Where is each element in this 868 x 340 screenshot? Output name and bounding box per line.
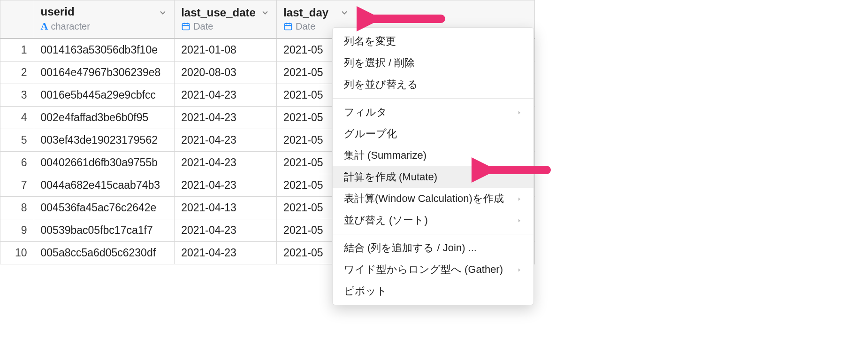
cell-userid: 005a8cc5a6d05c6230df	[34, 242, 175, 264]
date-type-icon	[181, 22, 190, 31]
menu-label: 列を並び替える	[344, 77, 418, 92]
menu-label: 列を選択 / 削除	[344, 56, 415, 70]
menu-label: 集計 (Summarize)	[344, 148, 426, 162]
cell-userid: 002e4faffad3be6b0f95	[34, 107, 175, 129]
column-type: Date	[181, 21, 270, 32]
menu-label: 結合 (列を追加する / Join) ...	[344, 241, 477, 255]
chevron-right-icon	[517, 193, 522, 205]
row-number: 1	[0, 39, 34, 62]
row-number: 8	[0, 197, 34, 219]
column-context-menu: 列名を変更 列を選択 / 削除 列を並び替える フィルタ グループ化 集計 (S…	[332, 27, 534, 305]
cell-last-use-date: 2021-04-13	[175, 197, 277, 219]
menu-item-filter[interactable]: フィルタ	[333, 101, 533, 123]
chevron-right-icon	[517, 214, 522, 226]
chevron-down-icon[interactable]	[260, 8, 270, 20]
chevron-right-icon	[517, 106, 522, 118]
character-type-icon: A	[41, 20, 48, 32]
cell-userid: 0016e5b445a29e9cbfcc	[34, 84, 175, 107]
column-type-label: character	[51, 21, 90, 32]
column-type-label: Date	[193, 21, 213, 32]
cell-last-use-date: 2021-04-23	[175, 242, 277, 264]
menu-separator	[333, 98, 533, 99]
cell-last-use-date: 2021-04-23	[175, 219, 277, 242]
svg-rect-0	[183, 23, 190, 30]
cell-userid: 004536fa45ac76c2642e	[34, 197, 175, 219]
menu-label: 計算を作成 (Mutate)	[344, 170, 437, 184]
menu-item-join[interactable]: 結合 (列を追加する / Join) ...	[333, 237, 533, 259]
menu-item-summarize[interactable]: 集計 (Summarize)	[333, 145, 533, 166]
menu-label: 表計算(Window Calculation)を作成	[344, 192, 504, 206]
cell-userid: 003ef43de19023179562	[34, 129, 175, 152]
rownum-header	[0, 0, 34, 39]
menu-item-gather[interactable]: ワイド型からロング型へ (Gather)	[333, 259, 533, 280]
row-number: 10	[0, 242, 34, 264]
row-number: 5	[0, 129, 34, 152]
row-number: 4	[0, 107, 34, 129]
date-type-icon	[283, 22, 293, 31]
cell-userid: 00164e47967b306239e8	[34, 62, 175, 84]
cell-last-use-date: 2021-01-08	[175, 39, 277, 62]
svg-marker-9	[518, 198, 520, 201]
row-number: 6	[0, 152, 34, 174]
cell-userid: 0044a682e415caab74b3	[34, 174, 175, 197]
menu-item-sort[interactable]: 並び替え (ソート)	[333, 209, 533, 231]
menu-item-rename[interactable]: 列名を変更	[333, 31, 533, 52]
svg-marker-11	[518, 269, 520, 272]
cell-last-use-date: 2021-04-23	[175, 84, 277, 107]
menu-separator	[333, 234, 533, 234]
column-header-userid[interactable]: userid A character	[34, 0, 175, 39]
column-name: last_use_date	[181, 6, 270, 19]
menu-item-pivot[interactable]: ピボット	[333, 280, 533, 302]
menu-label: 並び替え (ソート)	[344, 213, 428, 227]
menu-label: フィルタ	[344, 105, 387, 119]
column-type-label: Date	[296, 21, 315, 32]
menu-label: ピボット	[344, 284, 387, 298]
menu-label: ワイド型からロング型へ (Gather)	[344, 263, 503, 277]
svg-marker-10	[518, 219, 520, 223]
menu-item-group[interactable]: グループ化	[333, 123, 533, 145]
menu-item-mutate[interactable]: 計算を作成 (Mutate)	[333, 166, 533, 188]
cell-last-use-date: 2021-04-23	[175, 174, 277, 197]
column-header-last-use-date[interactable]: last_use_date Date	[175, 0, 277, 39]
menu-label: グループ化	[344, 127, 397, 141]
row-number: 7	[0, 174, 34, 197]
row-number: 9	[0, 219, 34, 242]
column-name: userid	[41, 5, 168, 18]
svg-marker-8	[518, 111, 520, 115]
cell-userid: 00402661d6fb30a9755b	[34, 152, 175, 174]
cell-last-use-date: 2020-08-03	[175, 62, 277, 84]
chevron-down-icon[interactable]	[340, 8, 349, 20]
cell-userid: 0014163a53056db3f10e	[34, 39, 175, 62]
svg-rect-4	[285, 23, 292, 30]
column-type: A character	[41, 20, 168, 32]
menu-item-select-remove[interactable]: 列を選択 / 削除	[333, 52, 533, 74]
row-number: 2	[0, 62, 34, 84]
cell-last-use-date: 2021-04-23	[175, 107, 277, 129]
cell-last-use-date: 2021-04-23	[175, 152, 277, 174]
menu-item-window-calc[interactable]: 表計算(Window Calculation)を作成	[333, 188, 533, 209]
menu-label: 列名を変更	[344, 34, 396, 48]
cell-last-use-date: 2021-04-23	[175, 129, 277, 152]
chevron-down-icon[interactable]	[158, 8, 168, 20]
menu-item-reorder[interactable]: 列を並び替える	[333, 74, 533, 95]
cell-userid: 00539bac05fbc17ca1f7	[34, 219, 175, 242]
row-number: 3	[0, 84, 34, 107]
chevron-right-icon	[517, 263, 522, 276]
column-name: last_day	[283, 6, 528, 19]
